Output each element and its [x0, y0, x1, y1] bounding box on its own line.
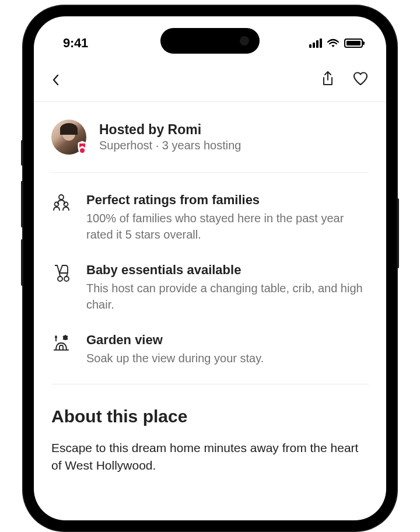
power-button [397, 198, 399, 268]
back-button[interactable] [51, 73, 61, 87]
garden-icon [51, 332, 71, 366]
svg-point-0 [80, 148, 85, 153]
volume-up-button [21, 181, 23, 228]
dynamic-island [160, 28, 260, 54]
highlight-title: Garden view [86, 332, 264, 348]
volume-down-button [21, 239, 23, 286]
highlight-title: Perfect ratings from families [86, 192, 369, 208]
family-icon [51, 192, 71, 243]
host-subtitle: Superhost · 3 years hosting [99, 139, 241, 152]
highlight-desc: Soak up the view during your stay. [86, 350, 264, 366]
host-title: Hosted by Romi [99, 122, 241, 138]
stroller-icon [51, 262, 71, 313]
highlight-desc: This host can provide a changing table, … [86, 280, 369, 313]
status-time: 9:41 [63, 36, 88, 51]
about-text: Escape to this dream home minutes away f… [51, 439, 369, 475]
phone-frame: 9:41 [23, 6, 397, 531]
svg-point-1 [59, 195, 64, 200]
highlight-garden: Garden view Soak up the view during your… [51, 332, 369, 366]
highlights-section: Perfect ratings from families 100% of fa… [51, 173, 369, 384]
svg-point-4 [58, 276, 62, 281]
save-heart-button[interactable] [352, 71, 369, 89]
superhost-badge-icon [76, 141, 89, 156]
about-heading: About this place [51, 407, 369, 426]
highlight-families: Perfect ratings from families 100% of fa… [51, 192, 369, 243]
highlight-baby: Baby essentials available This host can … [51, 262, 369, 313]
status-icons [309, 38, 363, 48]
battery-icon [344, 38, 363, 48]
phone-screen: 9:41 [34, 16, 386, 520]
svg-point-5 [64, 276, 69, 281]
cellular-signal-icon [309, 38, 322, 48]
host-avatar [51, 120, 86, 155]
wifi-icon [327, 38, 340, 48]
highlight-desc: 100% of families who stayed here in the … [86, 210, 369, 243]
host-section[interactable]: Hosted by Romi Superhost · 3 years hosti… [51, 102, 369, 173]
nav-bar [34, 61, 386, 102]
side-button [21, 140, 23, 166]
about-section: About this place Escape to this dream ho… [51, 384, 369, 497]
share-button[interactable] [321, 71, 335, 89]
highlight-title: Baby essentials available [86, 262, 369, 278]
